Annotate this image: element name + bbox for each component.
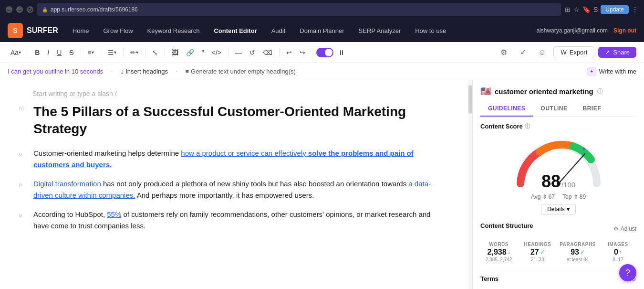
p3-block: p According to HubSpot, 55% of customers… [19, 209, 444, 232]
redo-btn[interactable]: ↪ [297, 47, 308, 58]
flag-icon: 🇺🇸 [480, 86, 491, 96]
highlight-btn[interactable]: ✏ ▾ [127, 47, 141, 58]
tab-outline[interactable]: OUTLINE [533, 101, 575, 117]
info-icon[interactable]: ⓘ [597, 87, 603, 96]
quote-btn[interactable]: " [199, 47, 207, 58]
sep-dot2: · [176, 67, 177, 76]
align-btn[interactable]: ≡ ▾ [85, 47, 97, 58]
shrink-btn[interactable]: ⤡ [149, 47, 161, 58]
struct-headings: HEADINGS 27 ✓ 21–33 [519, 239, 556, 265]
back-btn[interactable]: ← [6, 6, 12, 13]
menu-icon[interactable]: ⋮ [632, 6, 638, 13]
eraser-btn[interactable]: ⌫ [260, 47, 275, 58]
undo2-btn[interactable]: ↺ [247, 47, 258, 58]
star-icon[interactable]: ☆ [573, 6, 580, 13]
images-range: 8–17 [602, 257, 634, 262]
divider-btn[interactable]: — [232, 47, 245, 58]
nav-content-editor[interactable]: Content Editor [207, 25, 263, 36]
nav-how-to-use[interactable]: How to use [408, 25, 453, 36]
editor-placeholder: Start writing or type a slash / [19, 90, 444, 97]
bookmark-icon[interactable]: 🔖 [582, 6, 591, 13]
paragraphs-arrow: ✓ [580, 249, 585, 256]
underline-btn[interactable]: U [54, 47, 64, 58]
gen-text-btn[interactable]: ≡ Generate text under empty heading(s) [186, 68, 296, 75]
logo: S SURFER [8, 23, 58, 38]
update-button[interactable]: Update [601, 5, 629, 14]
gauge-container: ✦ 88 /100 Avg ⇕ 67 Top ⇑ 89 Details ▾ [480, 136, 636, 214]
content-score-section: Content Score ⓘ [480, 123, 636, 214]
sep7 [228, 48, 229, 57]
write-with-me-btn[interactable]: ✦ Write with me [587, 67, 637, 76]
h1-label: h1 [19, 106, 29, 111]
outline-link[interactable]: I can get you outline in 10 seconds [8, 68, 103, 75]
headings-label: HEADINGS [521, 242, 554, 247]
p1-text[interactable]: Customer-oriented marketing helps determ… [33, 148, 444, 171]
profile-icon[interactable]: S [593, 6, 598, 13]
settings-btn[interactable]: ⚙ [496, 45, 511, 60]
p2-label: p [19, 182, 29, 187]
tab-brief[interactable]: BRIEF [575, 101, 609, 117]
content-structure-section: Content Structure ⚙ Adjust WORDS 2,938 ↓ [480, 222, 636, 265]
export-button[interactable]: W Export [553, 46, 594, 58]
p2-link1: Digital transformation [33, 180, 101, 188]
nav-domain-planner[interactable]: Domain Planner [293, 25, 351, 36]
insert-headings-icon: ↓ [121, 68, 124, 75]
italic-btn[interactable]: I [44, 47, 52, 58]
score-max: /100 [561, 181, 575, 189]
adjust-button[interactable]: ⚙ Adjust [613, 225, 636, 232]
help-button[interactable]: ? [619, 264, 636, 281]
ai-write-icon: ✦ [587, 67, 596, 76]
logo-icon: S [8, 23, 23, 38]
terms-header: Terms ⚙ [480, 271, 636, 282]
share-button[interactable]: ↗ Share [598, 47, 636, 58]
p3-text[interactable]: According to HubSpot, 55% of customers r… [33, 209, 444, 232]
user-email: aishwarya.ganji@gmail.com [536, 27, 608, 34]
check-btn[interactable]: ✓ [515, 45, 530, 60]
bold-btn[interactable]: B [32, 47, 42, 58]
editor-area[interactable]: Start writing or type a slash / h1 The 5… [0, 80, 472, 289]
forward-btn[interactable]: → [16, 6, 23, 13]
ai-toggle[interactable] [316, 48, 333, 57]
extensions-icon[interactable]: ⊞ [565, 6, 571, 13]
details-button[interactable]: Details ▾ [541, 204, 576, 214]
nav-grow-flow[interactable]: Grow Flow [96, 25, 139, 36]
sep9 [312, 48, 312, 57]
wordpress-icon: W [561, 49, 566, 56]
image-btn[interactable]: 🖼 [169, 47, 181, 58]
logo-text: SURFER [27, 26, 58, 35]
smiley-btn[interactable]: ☺ [534, 45, 550, 60]
link-btn[interactable]: 🔗 [183, 47, 197, 58]
p2-text[interactable]: Digital transformation has not only prod… [33, 178, 444, 201]
list-btn[interactable]: ☰ ▾ [105, 47, 119, 58]
url-text: app.surferseo.com/drafts/5696186 [51, 6, 138, 13]
paragraphs-value: 93 [571, 248, 579, 257]
app-nav: S SURFER Home Grow Flow Keyword Research… [0, 19, 644, 42]
strikethrough-btn[interactable]: S [66, 47, 76, 58]
refresh-btn[interactable]: ↻ [27, 6, 33, 13]
undo-btn[interactable]: ↩ [283, 47, 295, 58]
tab-guidelines[interactable]: GUIDELINES [480, 101, 533, 117]
nav-home[interactable]: Home [66, 25, 96, 36]
sign-out-link[interactable]: Sign out [613, 27, 636, 34]
paragraphs-range: at least 84 [560, 257, 595, 262]
code-btn[interactable]: </> [209, 47, 224, 58]
p3-label: p [19, 213, 29, 218]
insert-headings-btn[interactable]: ↓ Insert headings [121, 68, 168, 75]
p3-link: 55% [107, 210, 121, 218]
p2-block: p Digital transformation has not only pr… [19, 178, 444, 201]
nav-serp-analyzer[interactable]: SERP Analyzer [352, 25, 408, 36]
p1-block: p Customer-oriented marketing helps dete… [19, 148, 444, 171]
scrollbar-thumb [468, 85, 472, 114]
pause-btn[interactable]: ⏸ [335, 47, 348, 58]
scrollbar-track[interactable] [468, 80, 472, 289]
url-bar[interactable]: 🔒 app.surferseo.com/drafts/5696186 [37, 3, 561, 16]
struct-paragraphs: PARAGRAPHS 93 ✓ at least 84 [558, 239, 597, 265]
nav-keyword-research[interactable]: Keyword Research [141, 25, 207, 36]
words-range: 2,385–2,742 [482, 257, 515, 262]
score-info-icon[interactable]: ⓘ [525, 123, 530, 130]
h1-heading[interactable]: The 5 Pillars of a Successful Customer-O… [33, 103, 444, 138]
structure-grid: WORDS 2,938 ↓ 2,385–2,742 HEADINGS 27 ✓ [480, 239, 636, 265]
nav-audit[interactable]: Audit [265, 25, 292, 36]
share-icon: ↗ [605, 49, 610, 56]
font-size-btn[interactable]: Aa ▾ [8, 47, 24, 58]
